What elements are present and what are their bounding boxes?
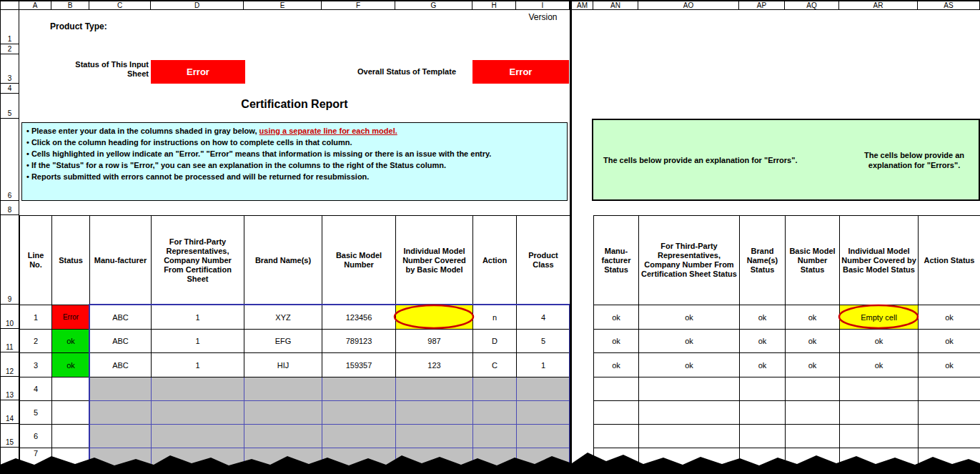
- separate-line-link[interactable]: using a separate line for each model.: [259, 127, 397, 135]
- entry-cell[interactable]: [90, 377, 152, 401]
- cell-line-no[interactable]: 2: [20, 330, 52, 353]
- cell[interactable]: [919, 425, 980, 448]
- cell-company-number[interactable]: 1: [152, 305, 244, 330]
- cell-status-error[interactable]: Error: [52, 305, 90, 330]
- cell-status-ok[interactable]: ok: [52, 330, 90, 353]
- cell[interactable]: [740, 448, 786, 474]
- cell[interactable]: [639, 448, 740, 474]
- column-header-H[interactable]: H: [472, 1, 516, 10]
- cell-action[interactable]: C: [473, 353, 517, 377]
- row-header-4[interactable]: 4: [0, 84, 19, 94]
- row-header-14[interactable]: 14: [0, 400, 19, 424]
- row-header-16[interactable]: [0, 448, 19, 474]
- entry-cell[interactable]: [322, 448, 396, 474]
- col-header-brand-status[interactable]: Brand Name(s) Status: [740, 216, 786, 305]
- cell-basic-status[interactable]: ok: [786, 305, 840, 330]
- cell-brand-name[interactable]: HIJ: [244, 353, 322, 377]
- column-header-AQ[interactable]: AQ: [785, 1, 839, 10]
- column-header-I[interactable]: I: [516, 1, 570, 10]
- cell-line-no[interactable]: 4: [20, 377, 52, 401]
- cell-company-status[interactable]: ok: [639, 353, 740, 377]
- cell-action-status[interactable]: ok: [919, 330, 980, 353]
- entry-cell[interactable]: [90, 425, 152, 448]
- entry-cell[interactable]: [322, 425, 396, 448]
- column-header-AP[interactable]: AP: [739, 1, 785, 10]
- cell[interactable]: [840, 425, 919, 448]
- cell[interactable]: [639, 401, 740, 425]
- col-header-company-number[interactable]: For Third-Party Representatives, Company…: [152, 216, 244, 305]
- cell-basic-status[interactable]: ok: [786, 330, 840, 353]
- row-header-11[interactable]: 11: [0, 329, 19, 352]
- row-header-10[interactable]: 10: [0, 305, 19, 329]
- cell-line-no[interactable]: 7: [20, 448, 52, 474]
- cell[interactable]: [840, 448, 919, 474]
- entry-cell[interactable]: [473, 377, 517, 401]
- entry-cell[interactable]: [90, 448, 152, 474]
- cell-line-no[interactable]: 6: [20, 425, 52, 448]
- select-all-corner[interactable]: [0, 1, 19, 10]
- cell-basic-status[interactable]: ok: [786, 353, 840, 377]
- cell-brand-status[interactable]: ok: [740, 353, 786, 377]
- column-header-AO[interactable]: AO: [638, 1, 739, 10]
- entry-cell[interactable]: [396, 448, 473, 474]
- cell[interactable]: [786, 425, 840, 448]
- cell-action-status[interactable]: ok: [919, 305, 980, 330]
- column-header-F[interactable]: F: [322, 1, 395, 10]
- cell[interactable]: [786, 401, 840, 425]
- entry-cell[interactable]: [517, 401, 570, 425]
- cell-brand-status[interactable]: ok: [740, 305, 786, 330]
- entry-cell[interactable]: [244, 448, 322, 474]
- cell-line-no[interactable]: 3: [20, 353, 52, 377]
- entry-cell[interactable]: [152, 448, 244, 474]
- cell-individual-status[interactable]: ok: [840, 353, 919, 377]
- column-header-G[interactable]: G: [395, 1, 472, 10]
- entry-cell[interactable]: [517, 377, 570, 401]
- entry-cell[interactable]: [244, 401, 322, 425]
- cell[interactable]: [840, 377, 919, 401]
- cell[interactable]: [639, 377, 740, 401]
- column-header-B[interactable]: B: [51, 1, 89, 10]
- column-header-D[interactable]: D: [151, 1, 244, 10]
- col-header-individual-model-status[interactable]: Individual Model Number Covered by Basic…: [840, 216, 919, 305]
- row-header-8[interactable]: 8: [0, 201, 19, 215]
- column-header-AM[interactable]: AM: [572, 1, 593, 10]
- entry-cell[interactable]: [152, 401, 244, 425]
- row-header-1[interactable]: 1: [0, 10, 19, 44]
- cell-brand-name[interactable]: XYZ: [244, 305, 322, 330]
- cell[interactable]: [786, 448, 840, 474]
- cell-status-ok[interactable]: ok: [52, 353, 90, 377]
- cell-product-class[interactable]: 4: [517, 305, 570, 330]
- cell-company-number[interactable]: 1: [152, 353, 244, 377]
- entry-cell[interactable]: [244, 425, 322, 448]
- col-header-company-number-status[interactable]: For Third-Party Representatives, Company…: [639, 216, 740, 305]
- cell-mfr-status[interactable]: ok: [594, 353, 639, 377]
- col-header-status[interactable]: Status: [52, 216, 90, 305]
- entry-cell[interactable]: [473, 425, 517, 448]
- cell-action[interactable]: n: [473, 305, 517, 330]
- entry-cell[interactable]: [90, 401, 152, 425]
- cell[interactable]: [740, 401, 786, 425]
- cell[interactable]: [639, 425, 740, 448]
- col-header-action[interactable]: Action: [473, 216, 517, 305]
- cell-product-class[interactable]: 1: [517, 353, 570, 377]
- entry-cell[interactable]: [322, 401, 396, 425]
- col-header-manufacturer-status[interactable]: Manu-facturer Status: [594, 216, 639, 305]
- cell-basic-model[interactable]: 123456: [322, 305, 396, 330]
- cell[interactable]: [786, 377, 840, 401]
- col-header-action-status[interactable]: Action Status: [919, 216, 980, 305]
- cell-manufacturer[interactable]: ABC: [90, 330, 152, 353]
- cell[interactable]: [919, 377, 980, 401]
- cell[interactable]: [840, 401, 919, 425]
- cell-individual-model[interactable]: 987: [396, 330, 473, 353]
- cell-individual-status-error[interactable]: Empty cell: [840, 305, 919, 330]
- row-header-3[interactable]: 3: [0, 54, 19, 84]
- cell-brand-name[interactable]: EFG: [244, 330, 322, 353]
- col-header-product-class[interactable]: Product Class: [517, 216, 570, 305]
- cell-line-no[interactable]: 5: [20, 401, 52, 425]
- cell-individual-model[interactable]: 123: [396, 353, 473, 377]
- cell-company-status[interactable]: ok: [639, 305, 740, 330]
- column-header-A[interactable]: A: [19, 1, 51, 10]
- entry-cell[interactable]: [152, 377, 244, 401]
- cell-mfr-status[interactable]: ok: [594, 330, 639, 353]
- entry-cell[interactable]: [517, 448, 570, 474]
